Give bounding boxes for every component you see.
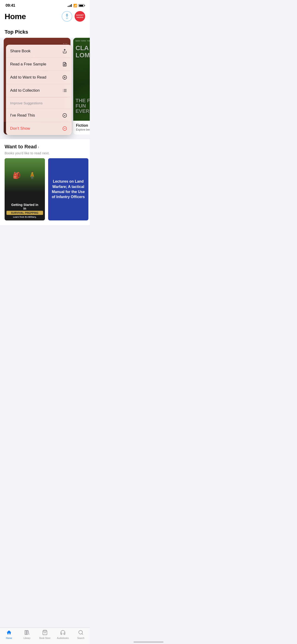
book-card-1-wrapper: ··· 📖 Stephen King You've read Watchers (4, 38, 70, 134)
survival-subtitle: Learn from Ex-Military, (6, 216, 43, 218)
add-collection-label: Add to Collection (10, 88, 40, 93)
improve-suggestions-label: Improve Suggestions (10, 101, 42, 105)
menu-item-add-collection[interactable]: Add to Collection (6, 84, 72, 97)
menu-item-want-to-read[interactable]: Add to Want to Read (6, 71, 72, 84)
fiction-desc: Explore best-selling genre. (76, 128, 90, 132)
page-title: Home (4, 12, 26, 21)
fiction-genre: Fiction (76, 124, 90, 128)
status-time: 09:41 (6, 3, 15, 8)
top-picks-section: Top Picks (0, 25, 90, 38)
survival-title-in: in (6, 206, 43, 210)
dont-show-label: Don't Show (10, 126, 30, 131)
survival-text-area: Getting Started in in Survival Prepping … (4, 203, 45, 218)
add-circle-icon (62, 75, 68, 80)
survival-title-getting: Getting Started in (6, 203, 43, 206)
read-sample-label: Read a Free Sample (10, 62, 46, 66)
header: Home 0 12 GADGETHACKS (0, 9, 90, 25)
status-bar: 09:41 📶 (0, 0, 90, 9)
menu-item-dont-show[interactable]: Don't Show (6, 122, 72, 135)
header-icons: 0 12 GADGETHACKS (62, 11, 85, 22)
want-to-read-title: Want to Read (4, 144, 37, 150)
section-arrow-icon: › (38, 145, 39, 150)
signal-bars-icon (68, 4, 72, 7)
lectures-title: Lectures on Land Warfare; A tactical Man… (51, 179, 85, 200)
checkmark-circle-icon (62, 113, 68, 118)
top-picks-scroll: ··· 📖 Stephen King You've read Watchers (0, 38, 90, 139)
gadget-hacks-label: GADGETHACKS (76, 14, 84, 18)
menu-item-read-sample[interactable]: Read a Free Sample (6, 58, 72, 71)
collection-icon (62, 88, 68, 93)
share-icon (62, 48, 68, 54)
notification-badge[interactable]: 0 12 (62, 11, 72, 22)
menu-item-improve: Improve Suggestions (6, 98, 72, 109)
survival-top-image: 🎒 🧍 (4, 158, 45, 192)
menu-item-ive-read[interactable]: I've Read This (6, 109, 72, 122)
top-picks-title: Top Picks (0, 25, 90, 38)
survival-title-main: Survival Prepping (6, 211, 43, 215)
gadget-hacks-badge[interactable]: GADGETHACKS (74, 11, 85, 22)
notification-sub: 12 (66, 17, 68, 19)
ive-read-label: I've Read This (10, 113, 35, 118)
want-to-read-section: Want to Read › Books you'd like to read … (0, 139, 90, 225)
cover-overlay (73, 38, 90, 121)
survival-book-cover[interactable]: 🎒 🧍 Getting Started in in Survival Prepp… (4, 158, 45, 220)
battery-icon (78, 4, 84, 7)
document-icon (62, 62, 68, 67)
fiction-book-cover: NEW YORK TIMES CLALOMB THE FFUNEVER (73, 38, 90, 121)
menu-item-share-book[interactable]: Share Book (6, 45, 72, 58)
fiction-card[interactable]: NEW YORK TIMES CLALOMB THE FFUNEVER Fict… (73, 38, 90, 134)
fiction-card-footer: Fiction Explore best-selling genre. (73, 121, 90, 134)
want-to-read-books: 🎒 🧍 Getting Started in in Survival Prepp… (0, 158, 90, 225)
wifi-icon: 📶 (73, 4, 77, 7)
minus-circle-icon (62, 126, 68, 131)
notification-count: 0 (66, 14, 68, 17)
want-to-read-label: Add to Want to Read (10, 75, 46, 80)
want-to-read-subtitle: Books you'd like to read next. (0, 151, 90, 158)
context-menu: Share Book Read a Free Sample (6, 45, 72, 135)
status-icons: 📶 (68, 4, 84, 7)
want-to-read-header: Want to Read › (0, 144, 90, 151)
lectures-book-cover[interactable]: Lectures on Land Warfare; A tactical Man… (48, 158, 88, 220)
share-book-label: Share Book (10, 49, 30, 54)
